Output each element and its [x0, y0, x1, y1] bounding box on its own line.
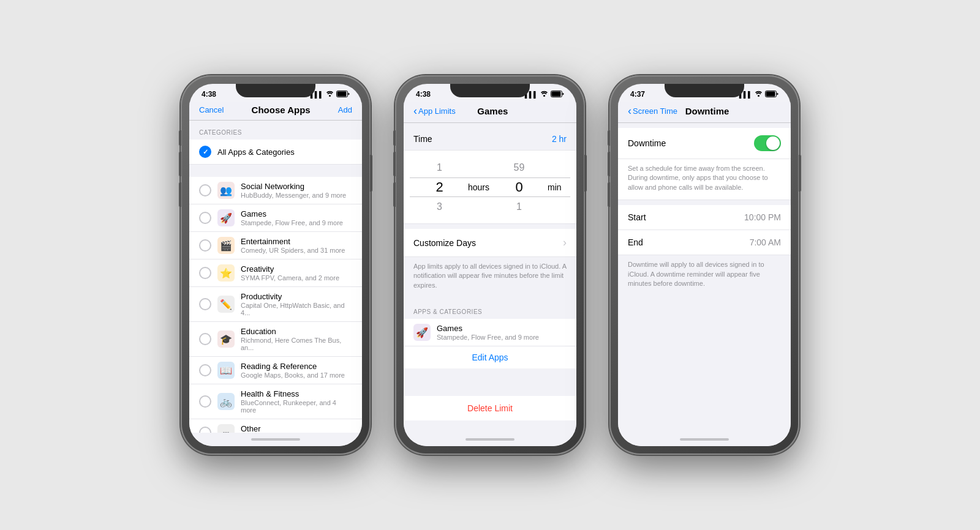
hours-picker-col[interactable]: 0 1 2 3 4 — [413, 151, 466, 224]
delete-limit-label: Delete Limit — [467, 403, 513, 413]
health-subtitle: BlueConnect, Runkeeper, and 4 more — [241, 399, 352, 414]
entertainment-subtitle: Comedy, UR Spiders, and 31 more — [241, 247, 352, 254]
notch-3 — [665, 84, 744, 97]
end-value: 7:00 AM — [750, 237, 781, 247]
other-icon: ••• — [217, 424, 235, 433]
end-label: End — [628, 237, 643, 247]
start-row[interactable]: Start 10:00 PM — [618, 205, 791, 230]
games-title: Games — [241, 209, 352, 218]
productivity-icon: ✏️ — [217, 296, 235, 313]
entertainment-radio[interactable] — [199, 239, 211, 252]
picker-min-above: 59 — [493, 158, 545, 177]
creativity-radio[interactable] — [199, 267, 211, 279]
screen-content-1: CATEGORIES All Apps & Categories 👥 Socia… — [189, 121, 362, 433]
other-radio[interactable] — [199, 427, 211, 433]
time-value: 2 hr — [552, 134, 567, 144]
phone-2: 4:38 ▌▌▌ — [395, 75, 585, 455]
nav-bar-1: Cancel Choose Apps Add — [189, 102, 362, 121]
volume-down-3 — [608, 182, 610, 207]
back-button-2[interactable]: ‹ App Limits — [413, 105, 456, 118]
social-radio[interactable] — [199, 184, 211, 196]
start-value: 10:00 PM — [744, 212, 781, 222]
productivity-text: Productivity Capital One, HttpWatch Basi… — [241, 292, 352, 316]
svg-point-0 — [329, 95, 331, 97]
reading-row[interactable]: 📖 Reading & Reference Google Maps, Books… — [189, 357, 362, 384]
wifi-icon-3 — [755, 91, 763, 98]
volume-up — [179, 152, 181, 176]
back-arrow-icon-2: ‹ — [413, 105, 417, 118]
gap-2a — [404, 123, 576, 128]
all-apps-section: All Apps & Categories — [189, 140, 362, 165]
health-row[interactable]: 🚲 Health & Fitness BlueConnect, Runkeepe… — [189, 384, 362, 419]
time-settings-section: Start 10:00 PM End 7:00 AM — [618, 205, 791, 255]
time-picker[interactable]: 0 1 2 3 4 hours 58 59 0 1 2 min — [404, 151, 576, 224]
volume-down-2 — [393, 182, 396, 207]
status-icons-1: ▌▌▌ — [311, 91, 350, 99]
customize-days-label: Customize Days — [413, 238, 476, 248]
picker-hour-below: 3 — [413, 197, 466, 217]
productivity-subtitle: Capital One, HttpWatch Basic, and 4... — [241, 302, 352, 316]
social-networking-row[interactable]: 👥 Social Networking HubBuddy, Messenger,… — [189, 177, 362, 204]
downtime-toggle[interactable] — [754, 135, 781, 151]
reading-subtitle: Google Maps, Books, and 17 more — [241, 371, 352, 379]
other-text: Other Dunkin', Walgreens, and 54 more — [241, 424, 352, 433]
games-title-nav: Games — [477, 106, 508, 116]
home-indicator-2 — [404, 433, 576, 446]
edit-apps-label[interactable]: Edit Apps — [472, 353, 508, 362]
entertainment-row[interactable]: 🎬 Entertainment Comedy, UR Spiders, and … — [189, 232, 362, 259]
reading-icon: 📖 — [217, 362, 235, 379]
categories-list: 👥 Social Networking HubBuddy, Messenger,… — [189, 177, 362, 433]
games-radio[interactable] — [199, 212, 211, 224]
other-title: Other — [241, 424, 352, 433]
other-row[interactable]: ••• Other Dunkin', Walgreens, and 54 mor… — [189, 419, 362, 433]
productivity-radio[interactable] — [199, 298, 211, 310]
end-row[interactable]: End 7:00 AM — [618, 230, 791, 255]
volume-down — [179, 182, 181, 207]
education-title: Education — [241, 327, 352, 336]
mins-unit-label: min — [548, 182, 562, 192]
all-apps-row[interactable]: All Apps & Categories — [189, 140, 362, 165]
screen-content-3: Downtime Set a schedule for time away fr… — [618, 123, 791, 433]
all-apps-radio[interactable] — [199, 146, 211, 158]
battery-icon-3 — [765, 91, 778, 99]
svg-rect-8 — [766, 91, 775, 96]
home-bar-1 — [251, 438, 300, 441]
games-row[interactable]: 🚀 Games Stampede, Flow Free, and 9 more — [189, 204, 362, 232]
battery-icon-2 — [551, 91, 564, 99]
games-app-row[interactable]: 🚀 Games Stampede, Flow Free, and 9 more — [404, 319, 576, 346]
customize-days-row[interactable]: Customize Days — [404, 229, 576, 257]
picker-min-far-above: 58 — [493, 151, 545, 158]
notch-1 — [236, 84, 315, 97]
health-radio[interactable] — [199, 395, 211, 408]
customize-days-chevron — [563, 236, 567, 249]
creativity-subtitle: SYMA FPV, Camera, and 2 more — [241, 274, 352, 282]
education-text: Education Richmond, Here Comes The Bus, … — [241, 327, 352, 351]
downtime-section: Downtime Set a schedule for time away fr… — [618, 128, 791, 200]
social-title: Social Networking — [241, 182, 352, 191]
games-app-section: 🚀 Games Stampede, Flow Free, and 9 more … — [404, 319, 576, 368]
reading-radio[interactable] — [199, 364, 211, 376]
add-button[interactable]: Add — [338, 105, 352, 114]
back-label-2: App Limits — [418, 106, 456, 116]
back-button-3[interactable]: ‹ Screen Time — [628, 105, 677, 118]
wifi-icon — [326, 91, 334, 98]
gap-3b — [618, 200, 791, 205]
creativity-title: Creativity — [241, 264, 352, 274]
creativity-text: Creativity SYMA FPV, Camera, and 2 more — [241, 264, 352, 282]
cancel-button[interactable]: Cancel — [199, 105, 224, 114]
creativity-row[interactable]: ⭐ Creativity SYMA FPV, Camera, and 2 mor… — [189, 259, 362, 287]
games-app-text: Games Stampede, Flow Free, and 9 more — [437, 324, 567, 341]
start-label: Start — [628, 212, 646, 222]
edit-apps-row[interactable]: Edit Apps — [404, 346, 576, 368]
education-radio[interactable] — [199, 333, 211, 345]
mins-picker-col[interactable]: 58 59 0 1 2 — [493, 151, 545, 224]
nav-bar-3: ‹ Screen Time Downtime — [618, 102, 791, 123]
picker-hour-far-above: 0 — [413, 151, 466, 158]
picker-min-below: 1 — [493, 197, 545, 217]
silent-switch-2 — [393, 130, 396, 146]
silent-switch-3 — [608, 130, 610, 146]
delete-limit-button[interactable]: Delete Limit — [404, 396, 576, 420]
productivity-row[interactable]: ✏️ Productivity Capital One, HttpWatch B… — [189, 287, 362, 322]
phone-screen-2: 4:38 ▌▌▌ — [404, 84, 576, 446]
education-row[interactable]: 🎓 Education Richmond, Here Comes The Bus… — [189, 322, 362, 357]
